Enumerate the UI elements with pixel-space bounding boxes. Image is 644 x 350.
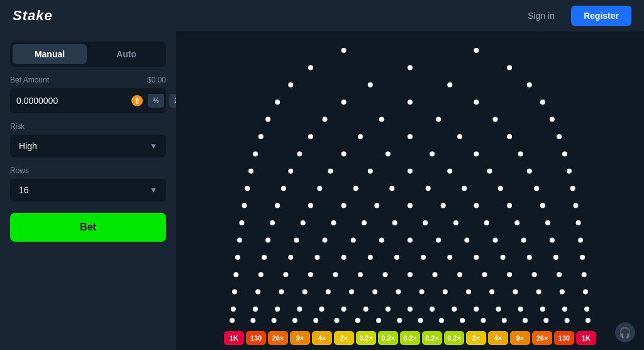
bet-amount-label: Bet Amount $0.00 bbox=[10, 76, 166, 84]
game-area: 1K13026×9×4×2×0.2×0.2×0.2×0.2×0.2×2×4×9×… bbox=[176, 31, 644, 350]
risk-select[interactable]: High ▼ bbox=[10, 135, 166, 157]
multiplier-badge: 9× bbox=[290, 331, 310, 345]
chevron-down-icon: ▼ bbox=[150, 142, 157, 150]
main-layout: Manual Auto Bet Amount $0.00 ₿ ½ 2× Max … bbox=[0, 31, 644, 350]
multiplier-badge: 130 bbox=[554, 331, 574, 345]
multiplier-badge: 130 bbox=[246, 331, 266, 345]
multiplier-badge: 0.2× bbox=[400, 331, 420, 345]
half-button[interactable]: ½ bbox=[148, 94, 164, 108]
multiplier-badge: 0.2× bbox=[444, 331, 464, 345]
support-icon[interactable]: 🎧 bbox=[615, 322, 635, 342]
bet-button[interactable]: Bet bbox=[10, 213, 166, 242]
multiplier-badge: 0.2× bbox=[422, 331, 442, 345]
multiplier-badge: 4× bbox=[312, 331, 332, 345]
multiplier-badge: 0.2× bbox=[378, 331, 398, 345]
sidebar: Manual Auto Bet Amount $0.00 ₿ ½ 2× Max … bbox=[0, 31, 176, 350]
multiplier-row: 1K13026×9×4×2×0.2×0.2×0.2×0.2×0.2×2×4×9×… bbox=[224, 331, 596, 345]
coin-icon: ₿ bbox=[131, 95, 143, 106]
multiplier-badge: 2× bbox=[334, 331, 354, 345]
multiplier-badge: 4× bbox=[488, 331, 508, 345]
multiplier-badge: 1K bbox=[224, 331, 244, 345]
multiplier-badge: 9× bbox=[510, 331, 530, 345]
multiplier-badge: 1K bbox=[576, 331, 596, 345]
bet-amount-section: Bet Amount $0.00 ₿ ½ 2× Max bbox=[10, 76, 166, 113]
tab-auto[interactable]: Auto bbox=[89, 44, 164, 64]
bet-input-row: ₿ ½ 2× Max bbox=[10, 88, 166, 113]
bet-amount-input[interactable] bbox=[16, 96, 126, 106]
tabs-container: Manual Auto bbox=[10, 42, 166, 67]
multiplier-badge: 2× bbox=[466, 331, 486, 345]
risk-section: Risk High ▼ bbox=[10, 122, 166, 157]
multiplier-badge: 26× bbox=[268, 331, 288, 345]
register-button[interactable]: Register bbox=[571, 6, 631, 26]
header-right: Sign in Register bbox=[519, 6, 631, 26]
header: Stake Sign in Register bbox=[0, 0, 644, 31]
plinko-board bbox=[176, 31, 644, 350]
multiplier-badge: 0.2× bbox=[356, 331, 376, 345]
multiplier-badge: 26× bbox=[532, 331, 552, 345]
risk-label: Risk bbox=[10, 122, 166, 131]
logo: Stake bbox=[13, 8, 53, 24]
rows-select[interactable]: 16 ▼ bbox=[10, 179, 166, 201]
chevron-down-icon: ▼ bbox=[150, 186, 157, 195]
rows-section: Rows 16 ▼ bbox=[10, 166, 166, 201]
sign-in-button[interactable]: Sign in bbox=[519, 6, 564, 26]
tab-manual[interactable]: Manual bbox=[13, 44, 87, 64]
rows-label: Rows bbox=[10, 166, 166, 175]
